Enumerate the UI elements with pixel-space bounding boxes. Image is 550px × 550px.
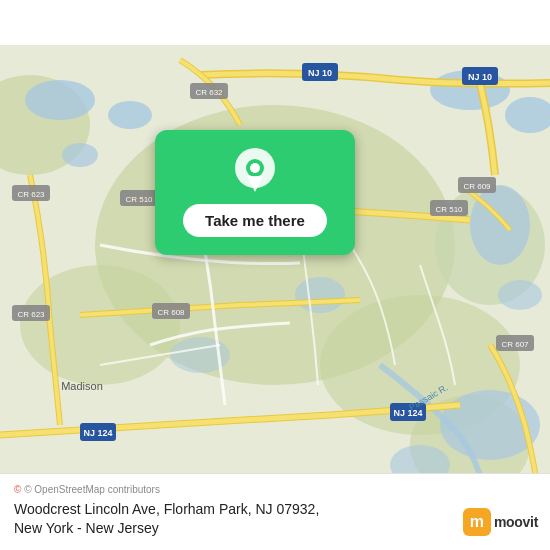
address-text: Woodcrest Lincoln Ave, Florham Park, NJ … xyxy=(14,500,536,538)
svg-text:CR 510: CR 510 xyxy=(435,205,463,214)
moovit-logo-text: moovit xyxy=(494,514,538,530)
svg-text:Madison: Madison xyxy=(61,380,103,392)
moovit-logo-area: m moovit xyxy=(463,508,538,536)
location-pin-icon xyxy=(233,150,277,194)
svg-point-46 xyxy=(250,163,260,173)
svg-text:CR 609: CR 609 xyxy=(463,182,491,191)
svg-text:CR 623: CR 623 xyxy=(17,310,45,319)
svg-text:NJ 10: NJ 10 xyxy=(308,68,332,78)
take-me-there-button[interactable]: Take me there xyxy=(183,204,327,237)
copyright-icon: © xyxy=(14,484,21,495)
map-background: NJ 10 NJ 10 CR 632 CR 510 CR 510 CR 623 … xyxy=(0,0,550,550)
svg-text:CR 632: CR 632 xyxy=(195,88,223,97)
map-container: NJ 10 NJ 10 CR 632 CR 510 CR 510 CR 623 … xyxy=(0,0,550,550)
svg-text:NJ 124: NJ 124 xyxy=(83,428,112,438)
svg-text:CR 623: CR 623 xyxy=(17,190,45,199)
navigation-card: Take me there xyxy=(155,130,355,255)
svg-text:CR 510: CR 510 xyxy=(125,195,153,204)
svg-text:NJ 124: NJ 124 xyxy=(393,408,422,418)
svg-point-8 xyxy=(108,101,152,129)
copyright-text: © © OpenStreetMap contributors xyxy=(14,484,536,495)
svg-point-13 xyxy=(498,280,542,310)
svg-point-16 xyxy=(295,277,345,313)
svg-text:CR 608: CR 608 xyxy=(157,308,185,317)
svg-text:NJ 10: NJ 10 xyxy=(468,72,492,82)
bottom-info-bar: © © OpenStreetMap contributors Woodcrest… xyxy=(0,473,550,550)
svg-point-7 xyxy=(25,80,95,120)
svg-point-9 xyxy=(62,143,98,167)
moovit-logo: m moovit xyxy=(463,508,538,536)
svg-text:CR 607: CR 607 xyxy=(501,340,529,349)
moovit-logo-icon: m xyxy=(463,508,491,536)
